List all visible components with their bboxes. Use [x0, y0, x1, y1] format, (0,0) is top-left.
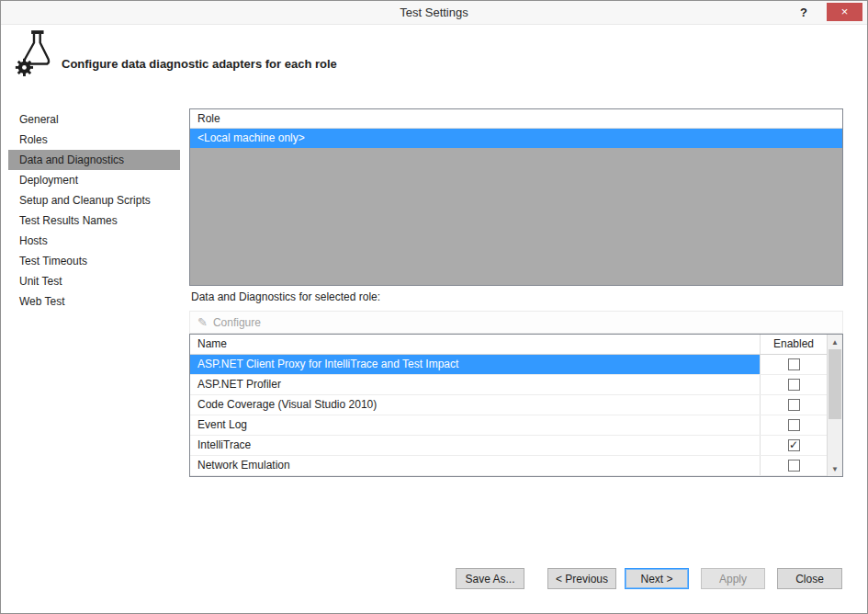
- row-name[interactable]: Event Log: [190, 415, 761, 435]
- row-name[interactable]: ASP.NET Profiler: [190, 375, 761, 394]
- diagnostics-toolbar: ✎ Configure: [189, 311, 843, 334]
- check-icon: ✓: [789, 440, 798, 450]
- column-header-enabled[interactable]: Enabled: [761, 335, 827, 354]
- close-dialog-button[interactable]: Close: [777, 568, 842, 589]
- enabled-cell: ✓: [761, 415, 827, 435]
- role-row-local-machine[interactable]: <Local machine only>: [190, 129, 842, 148]
- table-row[interactable]: ASP.NET Client Proxy for IntelliTrace an…: [190, 355, 827, 375]
- enabled-cell: ✓: [761, 355, 827, 374]
- test-settings-dialog: Test Settings ? ×: [0, 0, 868, 614]
- footer-buttons: Save As... < Previous Next > Apply Close: [456, 568, 842, 589]
- enabled-cell: ✓: [761, 375, 827, 394]
- sidebar-item-data-and-diagnostics[interactable]: Data and Diagnostics: [8, 150, 180, 170]
- previous-button[interactable]: < Previous: [547, 568, 616, 589]
- flask-gear-icon: [13, 30, 55, 81]
- row-name[interactable]: ASP.NET Client Proxy for IntelliTrace an…: [190, 355, 761, 374]
- save-as-button[interactable]: Save As...: [456, 568, 524, 589]
- role-column-header: Role: [190, 109, 842, 129]
- scroll-up-icon[interactable]: ▲: [828, 335, 842, 349]
- diagnostics-label: Data and Diagnostics for selected role:: [191, 290, 380, 305]
- checkbox[interactable]: ✓: [788, 379, 800, 391]
- role-list: Role <Local machine only>: [189, 108, 843, 286]
- configure-button[interactable]: ✎ Configure: [190, 313, 270, 332]
- dialog-description: Configure data diagnostic adapters for e…: [62, 25, 337, 102]
- main-panel: Role <Local machine only> Data and Diagn…: [189, 102, 843, 613]
- checkbox[interactable]: ✓: [788, 460, 800, 472]
- row-name[interactable]: Code Coverage (Visual Studio 2010): [190, 395, 761, 415]
- help-button[interactable]: ?: [794, 1, 814, 24]
- next-button[interactable]: Next >: [625, 568, 689, 589]
- configure-label: Configure: [213, 316, 261, 329]
- sidebar-item-test-results-names[interactable]: Test Results Names: [8, 210, 180, 231]
- enabled-cell: ✓: [761, 436, 827, 455]
- sidebar-item-roles[interactable]: Roles: [8, 130, 180, 150]
- sidebar-item-setup-and-cleanup-scripts[interactable]: Setup and Cleanup Scripts: [8, 190, 180, 210]
- row-name[interactable]: Network Emulation: [190, 456, 761, 475]
- title-bar: Test Settings ? ×: [1, 1, 867, 25]
- column-header-name[interactable]: Name: [190, 335, 761, 354]
- checkbox[interactable]: ✓: [788, 358, 800, 370]
- diagnostics-table-body: Name Enabled ASP.NET Client Proxy for In…: [190, 335, 827, 476]
- table-row[interactable]: IntelliTrace ✓: [190, 436, 827, 456]
- sidebar-item-hosts[interactable]: Hosts: [8, 231, 180, 251]
- diagnostics-table: Name Enabled ASP.NET Client Proxy for In…: [189, 334, 843, 477]
- window-title: Test Settings: [1, 1, 867, 24]
- table-header-row: Name Enabled: [190, 335, 827, 355]
- pencil-icon: ✎: [197, 315, 208, 329]
- table-row[interactable]: Network Emulation ✓: [190, 456, 827, 476]
- sidebar-item-deployment[interactable]: Deployment: [8, 170, 180, 190]
- scrollbar-track[interactable]: [828, 419, 842, 461]
- dialog-header: Configure data diagnostic adapters for e…: [1, 25, 867, 102]
- table-row[interactable]: Code Coverage (Visual Studio 2010) ✓: [190, 395, 827, 415]
- sidebar-item-general[interactable]: General: [8, 109, 180, 130]
- table-row[interactable]: ASP.NET Profiler ✓: [190, 375, 827, 395]
- checkbox[interactable]: ✓: [788, 419, 800, 431]
- enabled-cell: ✓: [761, 456, 827, 475]
- apply-button[interactable]: Apply: [701, 568, 765, 589]
- checkbox[interactable]: ✓: [788, 439, 800, 451]
- sidebar-item-test-timeouts[interactable]: Test Timeouts: [8, 251, 180, 271]
- table-row[interactable]: Event Log ✓: [190, 415, 827, 436]
- row-name[interactable]: IntelliTrace: [190, 436, 761, 455]
- vertical-scrollbar[interactable]: ▲ ▼: [827, 335, 842, 476]
- scroll-down-icon[interactable]: ▼: [828, 461, 842, 476]
- close-button[interactable]: ×: [827, 3, 862, 21]
- enabled-cell: ✓: [761, 395, 827, 415]
- sidebar-item-web-test[interactable]: Web Test: [8, 291, 180, 312]
- close-icon: ×: [841, 5, 849, 18]
- settings-sidebar: General Roles Data and Diagnostics Deplo…: [1, 102, 182, 613]
- checkbox[interactable]: ✓: [788, 399, 800, 411]
- scrollbar-thumb[interactable]: [829, 349, 841, 419]
- sidebar-item-unit-test[interactable]: Unit Test: [8, 271, 180, 291]
